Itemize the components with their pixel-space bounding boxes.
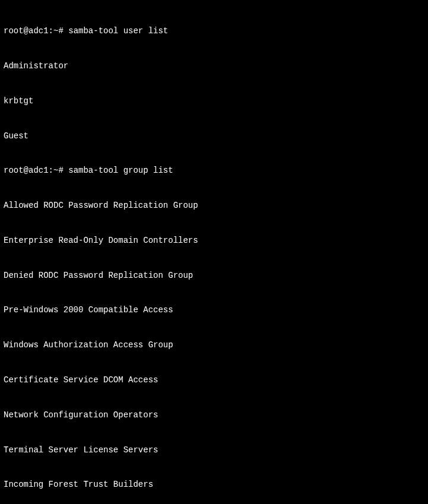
- output-line: Administrator: [4, 61, 424, 72]
- output-line: Allowed RODC Password Replication Group: [4, 200, 424, 212]
- output-line: krbtgt: [4, 96, 424, 107]
- output-line: Pre-Windows 2000 Compatible Access: [4, 305, 424, 316]
- command-text-1: samba-tool user list: [68, 26, 168, 36]
- command-text-2: samba-tool group list: [68, 166, 173, 175]
- output-line: Denied RODC Password Replication Group: [4, 270, 424, 282]
- command-line-2: root@adc1:~# samba-tool group list: [4, 165, 424, 177]
- shell-prompt: root@adc1:~#: [4, 166, 64, 175]
- shell-prompt: root@adc1:~#: [4, 26, 64, 36]
- output-line: Certificate Service DCOM Access: [4, 375, 424, 386]
- command-line-1: root@adc1:~# samba-tool user list: [4, 26, 424, 37]
- terminal-window[interactable]: root@adc1:~# samba-tool user list Admini…: [4, 2, 424, 504]
- output-line: Guest: [4, 131, 424, 142]
- output-line: Terminal Server License Servers: [4, 445, 424, 457]
- output-line: Enterprise Read-Only Domain Controllers: [4, 235, 424, 247]
- output-line: Windows Authorization Access Group: [4, 340, 424, 351]
- output-line: Incoming Forest Trust Builders: [4, 479, 424, 491]
- output-line: Network Configuration Operators: [4, 410, 424, 421]
